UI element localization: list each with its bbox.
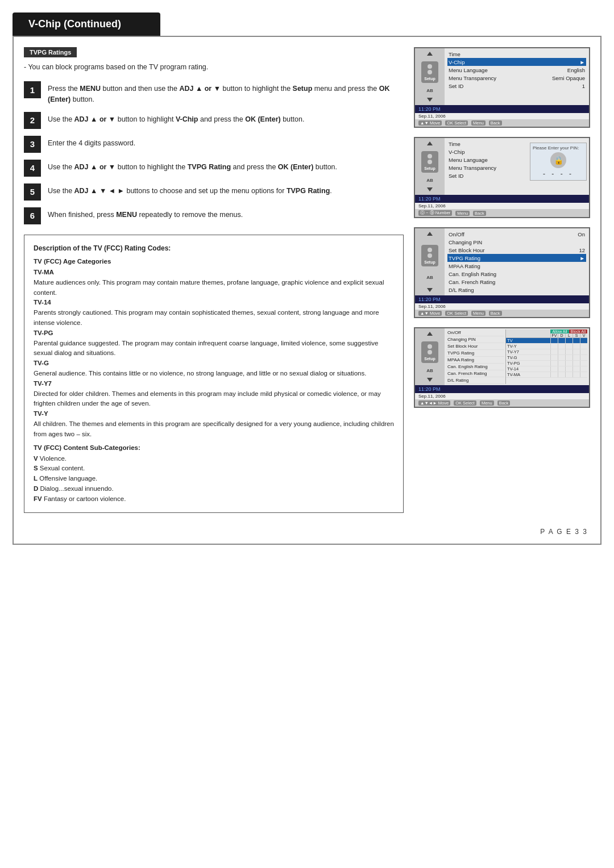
nav-btn: Back — [473, 211, 486, 216]
tv-remote-icon: Setup — [421, 151, 438, 173]
tv-date-bar: Sep.11, 2006 — [415, 303, 589, 310]
tv-screen-content: TimeV-Chip►Menu LanguageEnglishMenu Tran… — [445, 48, 589, 105]
pin-icon: 🔒 — [550, 152, 566, 168]
step-text-4: Use the ADJ ▲ or ▼ button to highlight t… — [48, 160, 337, 173]
nav-btn: Back — [497, 400, 511, 406]
tv-date-bar: Sep.11, 2006 — [415, 203, 589, 209]
tv-remote-icon: Setup — [421, 245, 438, 266]
step-text-3: Enter the 4 digits password. — [48, 136, 135, 149]
sub-cat-item: V Violence. — [34, 454, 394, 464]
tv-screen-content: On/OffChanging PINSet Block HourTVPG Rat… — [445, 328, 589, 385]
tv-time-bar: 11:20 PM — [415, 295, 589, 303]
step-item-5: 5Use the ADJ ▲ ▼ ◄ ► buttons to choose a… — [24, 183, 404, 201]
rating-text: Parents strongly cautioned. This program… — [34, 308, 394, 328]
rating-text: Parental guidance suggested. The program… — [34, 339, 394, 359]
step-text-6: When finished, press MENU repeatedly to … — [48, 207, 243, 220]
tv-screen-3: Setup AB On/OffOnChanging PINSet Block H… — [414, 227, 590, 318]
steps-list: 1Press the MENU button and then use the … — [24, 81, 404, 224]
nav-btn: Menu — [480, 400, 494, 406]
menu-row: Changing PIN — [447, 238, 586, 246]
tv-date-bar: Sep.11, 2006 — [415, 113, 589, 119]
nav-btn: ▲▼ Move — [418, 120, 442, 126]
tv-time-bar: 11:20 PM — [415, 195, 589, 203]
rating-text: All children. The themes and elements in… — [34, 419, 394, 440]
page-number: P A G E 3 3 — [14, 523, 600, 544]
description-box: Description of the TV (FCC) Rating Codes… — [24, 235, 404, 513]
menu-row: V-Chip► — [447, 58, 586, 66]
menu-row: Set Block Hour12 — [447, 246, 586, 254]
pin-title: Please Enter your PIN: — [533, 145, 584, 151]
tv-arrow-down — [427, 98, 433, 102]
tv-nav-bar: ⓪ ~ ⑨ NumberMenuBack — [415, 209, 589, 217]
step-item-6: 6When finished, press MENU repeatedly to… — [24, 207, 404, 224]
tv-screen-content: On/OffOnChanging PINSet Block Hour12TVPG… — [445, 228, 589, 295]
nav-btn: Menu — [471, 120, 486, 126]
tv-left-panel: Setup AB — [415, 228, 445, 295]
tv-arrow-up — [427, 141, 433, 145]
sub-cat-item: D Dialog...sexual innuendo. — [34, 484, 394, 494]
menu-row: Can. French Rating — [447, 278, 586, 286]
step-number-6: 6 — [24, 207, 41, 224]
content-sub-title: TV (FCC) Content Sub-Categories: — [34, 443, 394, 453]
tv-time-bar: 11:20 PM — [415, 105, 589, 113]
rating-label: TV-Y7 — [34, 379, 394, 389]
tv-ab-label: AB — [426, 275, 433, 280]
nav-btn: Menu — [455, 211, 470, 216]
menu-row: On/OffOn — [447, 230, 586, 238]
nav-btn: Back — [489, 120, 502, 126]
pin-overlay: Please Enter your PIN: 🔒 - - - - — [530, 143, 587, 181]
step-number-3: 3 — [24, 136, 41, 153]
step-item-2: 2Use the ADJ ▲ or ▼ button to highlight … — [24, 112, 404, 129]
menu-row: D/L Rating — [447, 286, 586, 294]
tv-nav-bar: ▲▼ MoveOK SelectMenuBack — [415, 119, 589, 127]
tv-arrow-down — [427, 288, 433, 292]
step-text-5: Use the ADJ ▲ ▼ ◄ ► buttons to choose an… — [48, 183, 332, 197]
tv-remote-icon: Setup — [421, 61, 438, 83]
rating-label: TV-MA — [34, 268, 394, 278]
menu-row: Set ID1 — [447, 82, 586, 90]
tv-arrow-up — [427, 232, 433, 236]
tv-arrow-up — [427, 52, 433, 56]
step-number-1: 1 — [24, 81, 41, 98]
pin-dots: - - - - — [533, 170, 584, 178]
rating-label: TV-14 — [34, 298, 394, 308]
desc-title: Description of the TV (FCC) Rating Codes… — [34, 243, 394, 254]
sub-cat-item: S Sexual content. — [34, 464, 394, 474]
step-number-4: 4 — [24, 160, 41, 177]
tv-nav-bar: ▲▼◄► MoveOK SelectMenuBack — [415, 399, 589, 407]
step-number-2: 2 — [24, 112, 41, 129]
step-item-1: 1Press the MENU button and then use the … — [24, 81, 404, 105]
tvpg-badge: TVPG Ratings — [24, 47, 77, 57]
tv-screen-2: Setup AB TimeV-ChipMenu LanguageMenu Tra… — [414, 137, 590, 218]
tv-arrow-up — [427, 332, 433, 336]
menu-row: TVPG Rating► — [447, 254, 586, 262]
tv-left-panel: Setup AB — [415, 328, 445, 385]
tv-left-panel: Setup AB — [415, 138, 445, 195]
nav-btn: Menu — [471, 311, 486, 316]
nav-btn: ▲▼◄► Move — [418, 400, 450, 406]
tv-ab-label: AB — [426, 178, 433, 183]
step-text-2: Use the ADJ ▲ or ▼ button to highlight V… — [48, 112, 304, 125]
step-item-3: 3Enter the 4 digits password. — [24, 136, 404, 153]
header-title: V-Chip (Continued) — [28, 18, 121, 30]
tv-nav-bar: ▲▼ MoveOK SelectMenuBack — [415, 310, 589, 317]
tv-screen-1: Setup AB TimeV-Chip►Menu LanguageEnglish… — [414, 47, 590, 128]
nav-btn: OK Select — [445, 311, 468, 316]
right-col: Setup AB TimeV-Chip►Menu LanguageEnglish… — [414, 47, 590, 513]
nav-btn: ▲▼ Move — [418, 311, 442, 316]
tv-ab-label: AB — [426, 368, 433, 373]
tv-date-bar: Sep.11, 2006 — [415, 393, 589, 399]
tv-arrow-down — [427, 378, 433, 382]
rating-text: General audience. This contains little o… — [34, 369, 394, 379]
left-col: TVPG Ratings - You can block programs ba… — [24, 47, 404, 513]
page-header: V-Chip (Continued) — [13, 12, 160, 36]
menu-row: Menu LanguageEnglish — [447, 66, 586, 74]
tv-left-panel: Setup AB — [415, 48, 445, 105]
rating-label: TV-PG — [34, 328, 394, 339]
rating-text: Mature audiences only. This program may … — [34, 278, 394, 298]
nav-btn: ⓪ ~ ⑨ Number — [418, 210, 452, 216]
menu-row: Can. English Rating — [447, 270, 586, 278]
age-cat-title: TV (FCC) Age Categories — [34, 257, 394, 267]
tv-arrow-down — [427, 187, 433, 191]
tv-remote-icon: Setup — [421, 341, 438, 363]
